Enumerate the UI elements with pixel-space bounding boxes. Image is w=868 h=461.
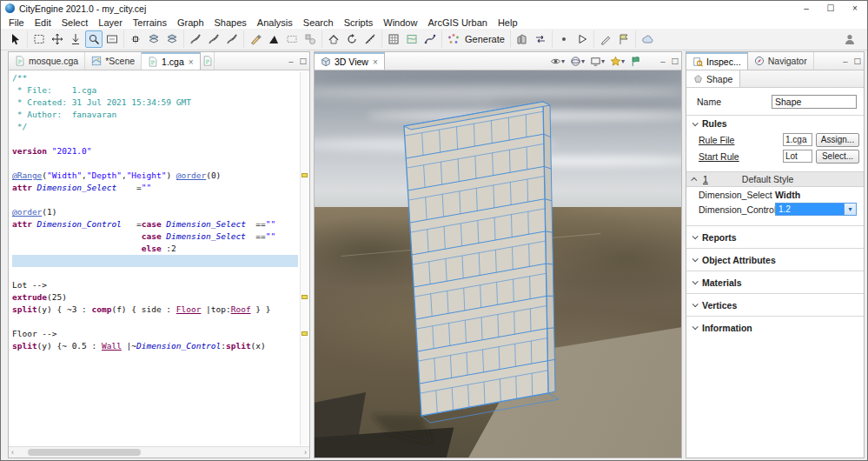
- annotation-marker[interactable]: [301, 295, 308, 299]
- window-minimize-button[interactable]: –: [794, 1, 818, 16]
- draw-polygon-icon[interactable]: [265, 30, 282, 48]
- bookmarks-icon[interactable]: ▾: [610, 56, 625, 67]
- section-reports[interactable]: Reports: [686, 225, 864, 248]
- dimension-control-combo[interactable]: 1.2▾: [775, 203, 857, 216]
- menu-edit[interactable]: Edit: [30, 17, 56, 28]
- play-script-icon[interactable]: [573, 30, 591, 48]
- viewport-minimize-icon[interactable]: –: [660, 57, 665, 66]
- start-rule-link[interactable]: Start Rule: [699, 151, 783, 162]
- menu-analysis[interactable]: Analysis: [252, 17, 298, 28]
- push-pull-icon[interactable]: [325, 30, 342, 48]
- editor-minimize-icon[interactable]: –: [288, 57, 293, 66]
- editor-maximize-icon[interactable]: ☐: [299, 57, 307, 66]
- frame-view-icon[interactable]: [103, 30, 121, 48]
- point-tool-icon[interactable]: [555, 30, 573, 48]
- code-line-18[interactable]: Lot -->: [12, 279, 298, 291]
- flag-tool-icon[interactable]: [615, 30, 633, 48]
- viewport-3d[interactable]: [315, 70, 681, 458]
- align-terrain-icon[interactable]: [67, 30, 84, 48]
- rule-file-link[interactable]: Rule File: [699, 135, 783, 145]
- tab-partial[interactable]: [201, 52, 215, 70]
- scrollbar-thumb[interactable]: [28, 449, 141, 456]
- code-line-2[interactable]: * File: 1.cga: [12, 84, 298, 97]
- rotate-tool-icon[interactable]: [343, 30, 361, 48]
- texture-tool-icon[interactable]: [385, 30, 402, 48]
- code-line-19[interactable]: extrude(25): [12, 291, 298, 304]
- rule-group-row[interactable]: 1 Default Style: [686, 171, 864, 187]
- editor-hscrollbar[interactable]: ‹ ›: [9, 446, 309, 458]
- swap-model-icon[interactable]: [532, 30, 549, 48]
- inspector-maximize-icon[interactable]: ☐: [853, 57, 861, 66]
- code-line-15[interactable]: else :2: [12, 243, 298, 255]
- code-line-12[interactable]: @order(1): [12, 206, 298, 218]
- measure-tool-icon[interactable]: [361, 30, 379, 48]
- move-tool-icon[interactable]: [49, 30, 66, 48]
- building-model[interactable]: [315, 70, 681, 458]
- window-maximize-button[interactable]: ☐: [818, 1, 843, 16]
- flags-icon[interactable]: [630, 56, 641, 67]
- annotation-marker[interactable]: [301, 331, 308, 336]
- scroll-left-icon[interactable]: ‹: [11, 448, 14, 457]
- code-line-22[interactable]: Floor -->: [12, 328, 298, 340]
- code-line-8[interactable]: [12, 157, 298, 170]
- menu-select[interactable]: Select: [56, 17, 94, 28]
- select-tool-icon[interactable]: [7, 30, 24, 48]
- code-line-10[interactable]: attr Dimension_Select ="": [12, 182, 298, 194]
- combo-dropdown-icon[interactable]: ▾: [844, 204, 856, 215]
- tab-1cga[interactable]: 1.cga×: [142, 52, 201, 70]
- layer-group-icon[interactable]: [163, 30, 181, 48]
- map-layer-icon[interactable]: [403, 30, 421, 48]
- tab-shape[interactable]: Shape: [686, 70, 740, 87]
- zoom-tool-icon[interactable]: [85, 30, 103, 48]
- menu-graph[interactable]: Graph: [172, 17, 209, 28]
- draw-rect-icon[interactable]: [283, 30, 301, 48]
- close-tab-icon[interactable]: ×: [189, 57, 194, 67]
- render-mode-icon[interactable]: ▾: [570, 56, 585, 67]
- code-line-20[interactable]: split(y) { ~3 : comp(f) { side : Floor |…: [12, 304, 298, 316]
- rules-section-header[interactable]: Rules: [686, 115, 864, 131]
- section-materials[interactable]: Materials: [686, 271, 864, 293]
- model-export-icon[interactable]: [514, 30, 531, 48]
- code-line-13[interactable]: attr Dimension_Control =case Dimension_S…: [12, 218, 298, 230]
- assign-button[interactable]: Assign...: [816, 133, 859, 147]
- code-line-23[interactable]: split(y) {~ 0.5 : Wall |~Dimension_Contr…: [12, 340, 298, 352]
- layer-tool-icon[interactable]: [145, 30, 162, 48]
- menu-terrains[interactable]: Terrains: [128, 17, 172, 28]
- combo-selected-value[interactable]: 1.2: [776, 204, 844, 215]
- menu-shapes[interactable]: Shapes: [209, 17, 252, 28]
- code-line-9[interactable]: @Range("Width","Depth","Height") @order(…: [12, 170, 298, 182]
- code-line-7[interactable]: version "2021.0": [12, 145, 298, 157]
- code-line-14[interactable]: case Dimension_Select =="": [12, 230, 298, 243]
- draw-line-icon[interactable]: [247, 30, 264, 48]
- graph-edit-icon[interactable]: [421, 30, 439, 48]
- menu-layer[interactable]: Layer: [93, 17, 128, 28]
- marquee-select-icon[interactable]: [30, 30, 48, 48]
- menu-search[interactable]: Search: [298, 17, 339, 28]
- code-line-16[interactable]: [12, 255, 298, 267]
- viewport-layout-icon[interactable]: ▾: [590, 56, 605, 67]
- section-object-attributes[interactable]: Object Attributes: [686, 248, 864, 271]
- tab-inspector[interactable]: Inspec...: [686, 52, 748, 70]
- attribute-value[interactable]: Width: [775, 190, 800, 200]
- code-line-1[interactable]: /**: [12, 72, 298, 84]
- code-line-6[interactable]: [12, 133, 298, 145]
- street-edit-icon[interactable]: [205, 30, 222, 48]
- tab-mosquecga[interactable]: mosque.cga: [9, 52, 85, 70]
- annotate-icon[interactable]: [597, 30, 614, 48]
- menu-scripts[interactable]: Scripts: [339, 17, 379, 28]
- menu-help[interactable]: Help: [493, 17, 523, 28]
- menu-arcgis-urban[interactable]: ArcGIS Urban: [422, 17, 492, 28]
- select-button[interactable]: Select...: [816, 150, 859, 164]
- section-vertices[interactable]: Vertices: [686, 293, 864, 316]
- code-line-17[interactable]: [12, 267, 298, 279]
- tab-scene[interactable]: *Scene: [85, 52, 142, 70]
- code-line-11[interactable]: [12, 194, 298, 206]
- annotation-ruler[interactable]: [300, 72, 308, 445]
- name-input[interactable]: [772, 95, 857, 109]
- street-curve-icon[interactable]: [223, 30, 241, 48]
- street-create-icon[interactable]: [187, 30, 204, 48]
- group-index[interactable]: 1: [703, 174, 708, 184]
- generate-label[interactable]: Generate: [465, 34, 505, 44]
- inspector-minimize-icon[interactable]: –: [843, 57, 847, 66]
- visibility-settings-icon[interactable]: ▾: [550, 56, 565, 67]
